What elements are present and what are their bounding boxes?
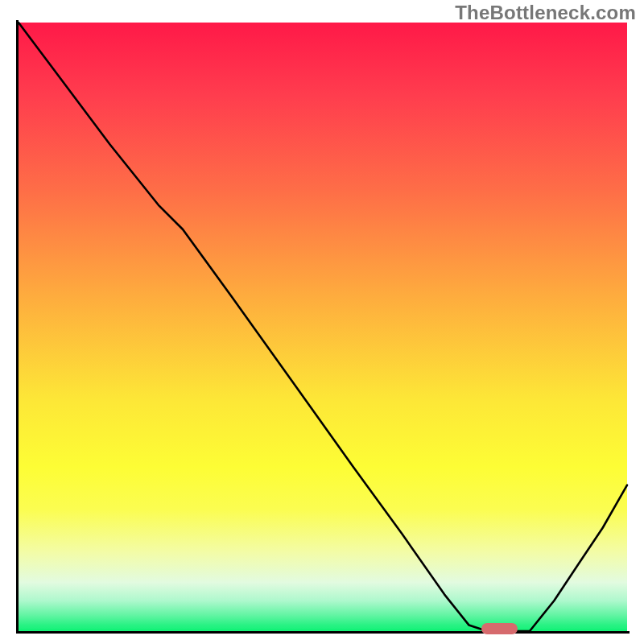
watermark-text: TheBottleneck.com bbox=[455, 2, 636, 24]
optimal-marker-pill bbox=[481, 623, 518, 634]
chart-frame: TheBottleneck.com bbox=[0, 0, 644, 644]
curve-svg bbox=[19, 23, 627, 631]
bottleneck-curve-path bbox=[19, 23, 627, 631]
x-axis-line bbox=[16, 631, 630, 634]
plot-area bbox=[19, 23, 627, 631]
